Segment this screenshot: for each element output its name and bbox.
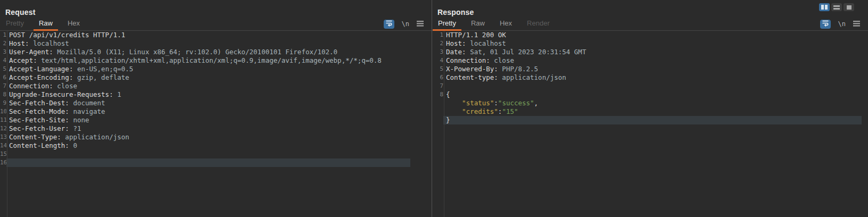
layout-single-button[interactable]	[844, 3, 854, 11]
code-line[interactable]: 3User-Agent: Mozilla/5.0 (X11; Linux x86…	[0, 48, 410, 56]
line-number: 1	[432, 31, 443, 39]
code-line[interactable]: "credits":"15"	[432, 107, 862, 116]
word-wrap-toggle-button[interactable]	[384, 20, 394, 29]
line-number: 4	[0, 56, 6, 65]
layout-rows-button[interactable]	[831, 3, 842, 11]
code-segment-name: Sec-Fetch-Dest:	[9, 99, 69, 107]
code-line[interactable]: 1HTTP/1.1 200 OK	[432, 31, 862, 39]
code-line[interactable]: 8Upgrade-Insecure-Requests: 1	[0, 90, 410, 99]
code-line[interactable]: 1POST /api/v1/credits HTTP/1.1	[0, 31, 410, 39]
code-line[interactable]: 13Content-Type: application/json	[0, 133, 410, 141]
line-text: Content-Length: 0	[6, 141, 410, 150]
newline-chars-toggle-button[interactable]: \n	[402, 20, 409, 28]
code-segment-value: gzip, deflate	[73, 73, 129, 81]
line-number: 6	[432, 73, 443, 82]
code-line[interactable]: 2Host: localhost	[0, 39, 410, 48]
line-number: 8	[0, 90, 6, 99]
code-segment-punct: {	[446, 90, 450, 98]
response-gutter-separator	[444, 31, 444, 217]
line-text: Host: localhost	[443, 39, 862, 48]
code-segment-name: Sec-Fetch-Mode:	[9, 107, 69, 115]
code-line[interactable]: 11Sec-Fetch-Site: none	[0, 116, 410, 124]
request-editor-menu-button[interactable]	[417, 19, 424, 29]
code-line[interactable]: 7	[432, 82, 862, 90]
line-text: "credits":"15"	[443, 107, 862, 116]
code-line[interactable]: 9Sec-Fetch-Dest: document	[0, 99, 410, 107]
code-segment-str: "15"	[502, 107, 518, 115]
code-segment-name: Accept:	[9, 56, 37, 64]
tab-hex[interactable]: Hex	[62, 16, 85, 31]
response-tabs: PrettyRawHexRender	[432, 16, 555, 31]
code-line[interactable]: 8{	[432, 90, 862, 99]
line-text: Connection: close	[443, 56, 862, 65]
line-number: 14	[0, 141, 6, 150]
code-segment-value: Sat, 01 Jul 2023 20:31:54 GMT	[466, 48, 586, 56]
code-line[interactable]: 3Date: Sat, 01 Jul 2023 20:31:54 GMT	[432, 48, 862, 56]
newline-chars-toggle-button[interactable]: \n	[838, 20, 846, 28]
line-number: 12	[0, 124, 6, 133]
line-text	[6, 158, 410, 167]
line-text	[6, 150, 410, 158]
line-text	[443, 82, 862, 90]
code-segment-name: Content-type:	[446, 73, 498, 81]
code-line[interactable]: 4Accept: text/html,application/xhtml+xml…	[0, 56, 410, 65]
request-title: Request	[5, 8, 36, 16]
code-segment-punct: }	[446, 116, 450, 124]
tab-raw[interactable]: Raw	[34, 16, 58, 31]
code-segment-value: document	[69, 99, 105, 107]
response-panel-header: Response PrettyRawHexRender \n	[432, 0, 868, 31]
tab-pretty[interactable]: Pretty	[433, 16, 461, 31]
line-text: Upgrade-Insecure-Requests: 1	[6, 90, 410, 99]
code-segment-punct	[446, 99, 462, 107]
line-number: 7	[432, 82, 443, 90]
code-segment-punct: ,	[534, 99, 539, 107]
code-line[interactable]: 7Connection: close	[0, 82, 410, 90]
code-segment-value: ?1	[69, 124, 81, 132]
code-segment-punct	[446, 107, 462, 115]
code-line[interactable]: 6Accept-Encoding: gzip, deflate	[0, 73, 410, 82]
code-segment-name: Accept-Encoding:	[9, 73, 73, 81]
code-line[interactable]: 2Host: localhost	[432, 39, 862, 48]
tab-raw[interactable]: Raw	[466, 16, 490, 31]
word-wrap-toggle-button[interactable]	[820, 20, 831, 29]
code-segment-name: Connection:	[446, 56, 490, 64]
hamburger-icon	[417, 19, 424, 29]
code-line[interactable]: 4Connection: close	[432, 56, 862, 65]
request-editor[interactable]: 1POST /api/v1/credits HTTP/1.12Host: loc…	[0, 31, 410, 217]
line-text: Accept-Encoding: gzip, deflate	[6, 73, 410, 82]
code-segment-value: application/json	[61, 133, 129, 141]
code-line[interactable]: 6Content-type: application/json	[432, 73, 862, 82]
line-number: 6	[0, 73, 6, 82]
code-segment-punct: :	[494, 99, 498, 107]
code-line[interactable]: 12Sec-Fetch-User: ?1	[0, 124, 410, 133]
line-text: Date: Sat, 01 Jul 2023 20:31:54 GMT	[443, 48, 862, 56]
code-segment-name: Connection:	[9, 82, 53, 90]
code-line[interactable]: 16	[0, 158, 410, 167]
layout-columns-button[interactable]	[819, 3, 830, 11]
line-text: }	[443, 116, 862, 124]
code-segment-name: User-Agent:	[9, 48, 53, 56]
code-line[interactable]: 5X-Powered-By: PHP/8.2.5	[432, 65, 862, 73]
split-columns-icon	[821, 5, 828, 10]
code-line[interactable]: 5Accept-Language: en-US,en;q=0.5	[0, 65, 410, 73]
request-panel-header: Request PrettyRawHex \n	[0, 0, 432, 31]
code-segment-name: Content-Length:	[9, 141, 69, 149]
line-text: POST /api/v1/credits HTTP/1.1	[6, 31, 410, 39]
tab-pretty[interactable]: Pretty	[1, 16, 29, 31]
code-line[interactable]: 14Content-Length: 0	[0, 141, 410, 150]
line-text: Sec-Fetch-Site: none	[6, 116, 410, 124]
code-line[interactable]: 15	[0, 150, 410, 158]
code-line[interactable]: "status":"success",	[432, 99, 862, 107]
response-editor[interactable]: 1HTTP/1.1 200 OK2Host: localhost3Date: S…	[432, 31, 862, 217]
code-segment-name: Content-Type:	[9, 133, 61, 141]
tab-render[interactable]: Render	[522, 16, 555, 31]
code-line[interactable]: }	[432, 116, 862, 124]
line-text: Content-type: application/json	[443, 73, 862, 82]
line-number: 9	[0, 99, 6, 107]
response-editor-menu-button[interactable]	[853, 19, 860, 29]
word-wrap-icon	[385, 19, 393, 29]
code-line[interactable]: 10Sec-Fetch-Mode: navigate	[0, 107, 410, 116]
code-segment-value: localhost	[466, 39, 506, 47]
code-segment-name: Upgrade-Insecure-Requests:	[9, 90, 113, 98]
tab-hex[interactable]: Hex	[494, 16, 517, 31]
